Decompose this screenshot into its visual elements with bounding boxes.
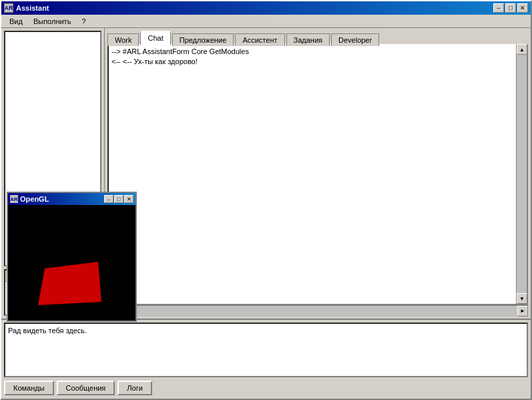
minimize-button[interactable]: – bbox=[493, 3, 504, 13]
chat-input[interactable]: Рад видеть тебя здесь. bbox=[4, 323, 528, 377]
tab-predlozenie[interactable]: Предложение bbox=[172, 33, 234, 46]
opengl-icon: AR bbox=[10, 195, 18, 203]
menu-bar: Вид Выполнить ? bbox=[1, 15, 531, 28]
menu-help[interactable]: ? bbox=[76, 16, 91, 27]
opengl-close-button[interactable]: ✕ bbox=[124, 195, 134, 203]
opengl-maximize-button[interactable]: □ bbox=[114, 195, 123, 203]
tab-chat[interactable]: Chat bbox=[140, 31, 170, 45]
tab-work[interactable]: Work bbox=[107, 33, 139, 46]
main-window: AR Assistant – □ ✕ Вид Выполнить ? Key V… bbox=[0, 0, 532, 400]
chat-panel: --> #ARL AssistantForm Core GetModules <… bbox=[107, 44, 528, 305]
menu-execute[interactable]: Выполнить bbox=[28, 16, 76, 27]
right-panel: Work Chat Предложение Ассистент Задания … bbox=[105, 28, 531, 319]
svg-marker-0 bbox=[38, 262, 101, 305]
app-icon: AR bbox=[4, 3, 13, 13]
tabs-container: Work Chat Предложение Ассистент Задания … bbox=[107, 31, 528, 45]
menu-vid[interactable]: Вид bbox=[4, 16, 28, 27]
opengl-canvas bbox=[8, 205, 136, 321]
h-scroll-track bbox=[118, 306, 517, 317]
close-button[interactable]: ✕ bbox=[517, 3, 528, 13]
logs-button[interactable]: Логи bbox=[117, 381, 152, 395]
bottom-area: Рад видеть тебя здесь. Команды Сообщения… bbox=[1, 319, 531, 399]
maximize-button[interactable]: □ bbox=[505, 3, 516, 13]
h-scroll-right-button[interactable]: ► bbox=[517, 306, 528, 317]
opengl-title: OpenGL bbox=[20, 195, 49, 203]
scroll-up-button[interactable]: ▲ bbox=[517, 44, 527, 55]
scroll-down-button[interactable]: ▼ bbox=[517, 293, 527, 304]
h-scroll-area: ◄ ► bbox=[107, 305, 528, 316]
tab-developer[interactable]: Developer bbox=[331, 33, 379, 46]
chat-messages: --> #ARL AssistantForm Core GetModules <… bbox=[109, 44, 527, 304]
tab-zadania[interactable]: Задания bbox=[286, 33, 330, 46]
opengl-red-shape bbox=[35, 258, 108, 312]
scroll-track bbox=[517, 55, 527, 293]
commands-button[interactable]: Команды bbox=[4, 381, 54, 395]
opengl-minimize-button[interactable]: – bbox=[104, 195, 113, 203]
bottom-buttons: Команды Сообщения Логи bbox=[4, 377, 528, 396]
messages-button[interactable]: Сообщения bbox=[57, 381, 115, 395]
window-title: Assistant bbox=[16, 4, 49, 12]
chat-message-1: --> #ARL AssistantForm Core GetModules bbox=[111, 47, 513, 57]
chat-scrollbar: ▲ ▼ bbox=[516, 44, 527, 304]
opengl-window: AR OpenGL – □ ✕ bbox=[7, 192, 137, 322]
title-bar: AR Assistant – □ ✕ bbox=[1, 1, 531, 15]
chat-message-2: <-- <-- Ух-ты как здорово! bbox=[111, 57, 513, 67]
opengl-title-bar: AR OpenGL – □ ✕ bbox=[8, 193, 136, 205]
tab-assistant[interactable]: Ассистент bbox=[235, 33, 284, 46]
